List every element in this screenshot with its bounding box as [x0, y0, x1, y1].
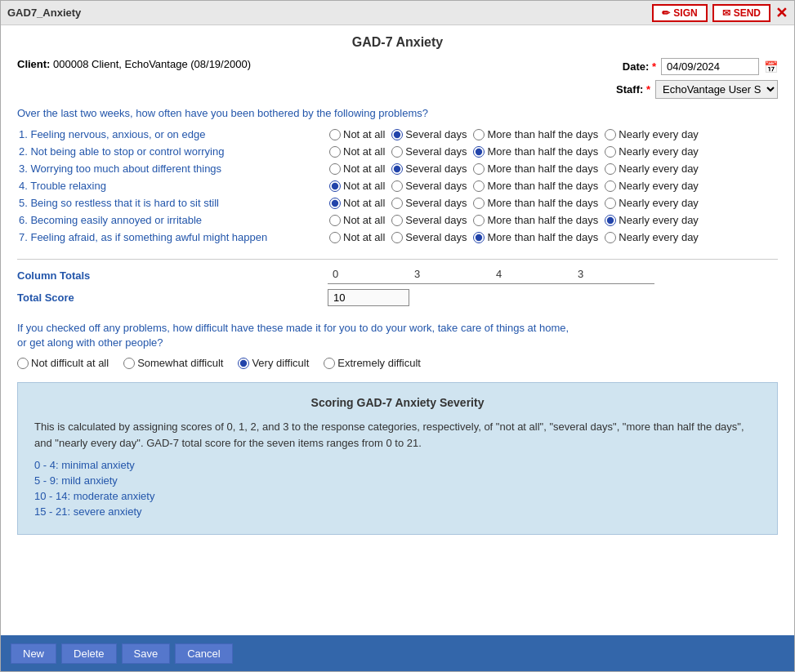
radio-option[interactable]: Several days — [391, 145, 467, 158]
difficulty-option[interactable]: Very difficult — [238, 357, 309, 369]
radio-input[interactable] — [473, 232, 485, 243]
radio-label: Several days — [405, 180, 467, 192]
question-text: 6. Becoming easily annoyed or irritable — [17, 211, 328, 229]
radio-option[interactable]: Several days — [391, 180, 467, 192]
radio-input[interactable] — [391, 146, 403, 158]
radio-option[interactable]: Not at all — [329, 214, 385, 226]
radio-option[interactable]: Not at all — [329, 162, 385, 175]
radio-input[interactable] — [391, 232, 403, 243]
radio-option[interactable]: More than half the days — [473, 128, 598, 140]
delete-button[interactable]: Delete — [61, 643, 117, 664]
radio-label: More than half the days — [487, 128, 598, 140]
send-button[interactable]: ✉ SEND — [712, 4, 770, 22]
radio-input[interactable] — [473, 215, 485, 226]
radio-input[interactable] — [329, 232, 341, 243]
radio-option[interactable]: More than half the days — [473, 197, 598, 209]
radio-option[interactable]: Nearly every day — [605, 197, 699, 209]
radio-option[interactable]: Not at all — [329, 145, 385, 158]
radio-input[interactable] — [329, 198, 341, 209]
radio-input[interactable] — [329, 163, 341, 175]
radio-input[interactable] — [605, 180, 616, 192]
radio-input[interactable] — [391, 163, 403, 175]
radio-option[interactable]: Not at all — [329, 197, 385, 209]
calendar-icon[interactable]: 📅 — [764, 60, 778, 73]
new-button[interactable]: New — [11, 643, 56, 664]
radio-option[interactable]: Nearly every day — [605, 162, 699, 175]
radio-option[interactable]: Nearly every day — [605, 145, 699, 158]
difficulty-radio[interactable] — [324, 358, 335, 369]
radio-input[interactable] — [605, 215, 616, 226]
radio-option[interactable]: Not at all — [329, 231, 385, 243]
radio-option[interactable]: Several days — [391, 214, 467, 226]
radio-input[interactable] — [605, 129, 616, 140]
staff-select[interactable]: EchoVantage User S ▾ — [655, 80, 778, 99]
radio-label: Not at all — [343, 145, 385, 158]
table-row: 1. Feeling nervous, anxious, or on edgeN… — [17, 126, 778, 143]
pencil-icon: ✏ — [662, 7, 670, 19]
radio-option[interactable]: More than half the days — [473, 180, 598, 192]
radio-input[interactable] — [473, 198, 485, 209]
radio-group: Not at allSeveral daysMore than half the… — [329, 231, 776, 243]
radio-input[interactable] — [329, 146, 341, 158]
radio-label: Several days — [405, 145, 467, 158]
radio-input[interactable] — [473, 180, 485, 192]
radio-input[interactable] — [605, 198, 616, 209]
radio-label: Nearly every day — [619, 180, 699, 192]
radio-option[interactable]: More than half the days — [473, 231, 598, 243]
date-staff-section: Date: * 📅 Staff: * EchoVantage User S ▾ — [616, 58, 778, 99]
radio-option[interactable]: Several days — [391, 197, 467, 209]
radio-label: More than half the days — [487, 180, 598, 192]
radio-option[interactable]: Several days — [391, 162, 467, 175]
difficulty-radio[interactable] — [123, 358, 135, 369]
radio-option[interactable]: More than half the days — [473, 162, 598, 175]
radio-label: Several days — [405, 162, 467, 175]
radio-input[interactable] — [473, 146, 485, 158]
difficulty-radio[interactable] — [238, 358, 249, 369]
radio-option[interactable]: More than half the days — [473, 145, 598, 158]
radio-option[interactable]: Not at all — [329, 180, 385, 192]
radio-input[interactable] — [391, 215, 403, 226]
cancel-button[interactable]: Cancel — [175, 643, 232, 664]
radio-input[interactable] — [605, 146, 616, 158]
radio-option[interactable]: Several days — [391, 128, 467, 140]
titlebar-buttons: ✏ SIGN ✉ SEND ✕ — [652, 4, 788, 22]
radio-input[interactable] — [391, 129, 403, 140]
radio-label: Several days — [405, 214, 467, 226]
scoring-level-item: 10 - 14: moderate anxiety — [34, 490, 761, 502]
staff-required: * — [646, 83, 650, 96]
sign-button[interactable]: ✏ SIGN — [652, 4, 707, 22]
question-text: 3. Worrying too much about different thi… — [17, 160, 328, 177]
radio-input[interactable] — [473, 129, 485, 140]
difficulty-option[interactable]: Somewhat difficult — [123, 357, 223, 369]
difficulty-label: Very difficult — [252, 357, 309, 369]
date-input[interactable] — [661, 58, 759, 75]
close-button[interactable]: ✕ — [775, 6, 788, 20]
difficulty-radio[interactable] — [17, 358, 29, 369]
radio-option[interactable]: Nearly every day — [605, 128, 699, 140]
radio-option[interactable]: Not at all — [329, 128, 385, 140]
radio-input[interactable] — [473, 163, 485, 175]
radio-input[interactable] — [329, 129, 341, 140]
difficulty-option[interactable]: Extremely difficult — [324, 357, 421, 369]
save-button[interactable]: Save — [122, 643, 171, 664]
titlebar: GAD7_Anxiety ✏ SIGN ✉ SEND ✕ — [1, 1, 794, 25]
radio-input[interactable] — [605, 232, 616, 243]
scoring-level-item: 0 - 4: minimal anxiety — [34, 459, 761, 471]
radio-option[interactable]: Several days — [391, 231, 467, 243]
radio-input[interactable] — [391, 198, 403, 209]
difficulty-option[interactable]: Not difficult at all — [17, 357, 109, 369]
difficulty-section: If you checked off any problems, how dif… — [17, 321, 778, 369]
radio-option[interactable]: Nearly every day — [605, 180, 699, 192]
radio-option[interactable]: Nearly every day — [605, 231, 699, 243]
radio-input[interactable] — [391, 180, 403, 192]
radio-input[interactable] — [605, 163, 616, 175]
radio-group: Not at allSeveral daysMore than half the… — [329, 128, 776, 140]
radio-group: Not at allSeveral daysMore than half the… — [329, 145, 776, 158]
radio-label: Nearly every day — [619, 145, 699, 158]
radio-input[interactable] — [329, 215, 341, 226]
radio-option[interactable]: Nearly every day — [605, 214, 699, 226]
radio-input[interactable] — [329, 180, 341, 192]
radio-option[interactable]: More than half the days — [473, 214, 598, 226]
form-title: GAD-7 Anxiety — [17, 35, 778, 50]
radio-group: Not at allSeveral daysMore than half the… — [329, 162, 776, 175]
